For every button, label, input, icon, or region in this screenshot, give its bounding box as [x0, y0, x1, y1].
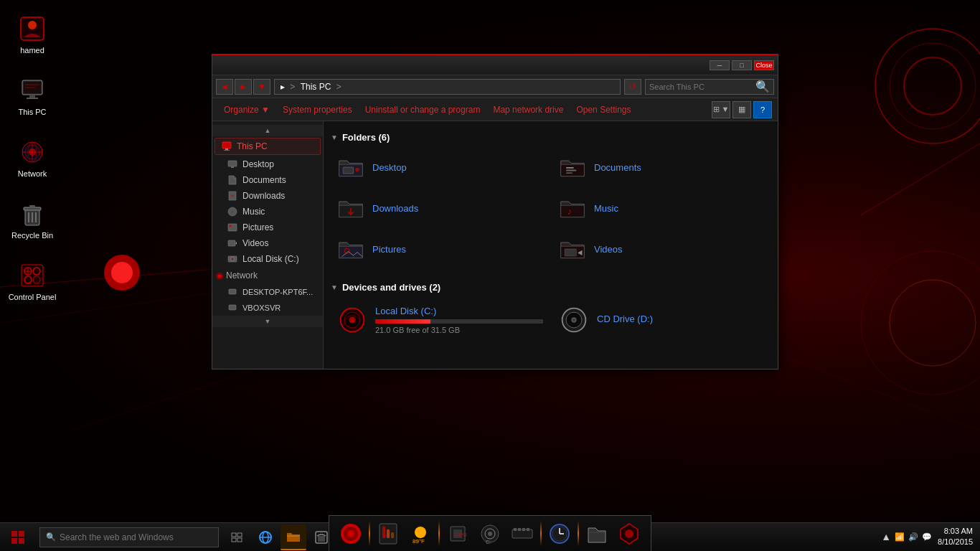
sidebar-item-desktop[interactable]: Desktop — [212, 156, 323, 172]
organize-button[interactable]: Organize ▼ — [218, 101, 275, 118]
preview-button[interactable]: ▦ — [732, 101, 751, 118]
search-input[interactable] — [649, 83, 755, 91]
desktop-icon-network[interactable]: Network — [4, 134, 61, 182]
recycle-bin-icon — [18, 199, 47, 228]
help-button[interactable]: ? — [753, 101, 772, 118]
dropdown-button[interactable]: ▼ — [253, 79, 270, 95]
svg-point-108 — [625, 529, 633, 538]
drive-item-d[interactable]: CD Drive (D:) — [552, 298, 771, 342]
view-options-button[interactable]: ⊞ ▼ — [712, 101, 730, 118]
open-settings-button[interactable]: Open Settings — [570, 101, 636, 118]
dock-cpu[interactable]: CPU — [443, 519, 472, 548]
explorer-window: ─ □ Close ◄ ► ▼ ▸ > This PC > ↺ 🔍 Organi… — [212, 54, 778, 369]
taskbar-search[interactable]: 🔍 — [39, 527, 219, 547]
maximize-button[interactable]: □ — [732, 60, 752, 70]
tray-arrow-icon[interactable]: ▲ — [881, 531, 891, 542]
forward-button[interactable]: ► — [235, 79, 252, 95]
drives-section-header[interactable]: ▼ Devices and drives (2) — [331, 278, 771, 298]
svg-rect-26 — [29, 205, 35, 208]
map-network-button[interactable]: Map network drive — [487, 101, 569, 118]
folder-item-pictures[interactable]: Pictures — [331, 230, 549, 268]
drive-c-icon — [336, 304, 368, 336]
drive-c-name: Local Disk (C:) — [375, 306, 543, 316]
tray-network-icon[interactable]: 📶 — [895, 532, 905, 542]
close-button[interactable]: Close — [754, 60, 774, 70]
control-panel-label: Control Panel — [9, 293, 57, 301]
folder-item-music[interactable]: ♪ Music — [552, 189, 771, 227]
file-explorer-button[interactable] — [281, 524, 306, 550]
dock-alienware2[interactable] — [615, 519, 644, 548]
sidebar-item-documents[interactable]: Documents — [212, 172, 323, 188]
back-button[interactable]: ◄ — [216, 79, 233, 95]
this-pc-label: This PC — [18, 108, 46, 116]
sidebar-item-local-disk[interactable]: Local Disk (C:) — [212, 251, 323, 267]
tray-message-icon[interactable]: 💬 — [922, 532, 932, 542]
folder-item-desktop[interactable]: Desktop — [331, 149, 549, 186]
search-box[interactable]: 🔍 — [645, 79, 774, 95]
uninstall-button[interactable]: Uninstall or change a program — [359, 101, 486, 118]
svg-text:♪: ♪ — [230, 209, 233, 215]
dock-temp[interactable] — [374, 519, 402, 548]
tray-clock[interactable]: 8:03 AM 8/10/2015 — [938, 526, 973, 548]
sidebar-item-vboxsvr[interactable]: VBOXSVR — [212, 300, 323, 316]
ie-button[interactable] — [253, 524, 278, 550]
dock-ram[interactable] — [508, 519, 537, 548]
desktop-icon-this-pc[interactable]: This PC — [4, 72, 61, 120]
sidebar-item-downloads[interactable]: Downloads — [212, 188, 323, 204]
sidebar-item-desktop-kpt6f[interactable]: DESKTOP-KPT6F... — [212, 284, 323, 300]
sidebar-item-pictures[interactable]: Pictures — [212, 220, 323, 235]
minimize-button[interactable]: ─ — [710, 60, 730, 70]
svg-point-68 — [573, 319, 575, 321]
folders-section-header[interactable]: ▼ Folders (6) — [331, 128, 771, 149]
svg-rect-41 — [231, 166, 234, 168]
taskbar-quick-items — [225, 524, 334, 550]
folder-item-downloads[interactable]: Downloads — [331, 189, 549, 227]
sidebar-item-videos[interactable]: Videos — [212, 235, 323, 251]
svg-rect-56 — [566, 170, 576, 171]
address-field[interactable]: ▸ > This PC > — [274, 79, 621, 95]
sidebar-scroll-up[interactable]: ▲ — [212, 125, 323, 136]
control-panel-icon — [18, 261, 47, 290]
desktop-icon-hamed[interactable]: hamed — [4, 11, 61, 58]
svg-line-11 — [789, 359, 980, 430]
task-view-button[interactable] — [225, 524, 250, 550]
svg-rect-57 — [566, 172, 573, 174]
folder-item-videos[interactable]: Videos — [552, 230, 771, 268]
svg-rect-40 — [228, 161, 237, 166]
tray-volume-icon[interactable]: 🔊 — [908, 532, 918, 542]
start-button[interactable] — [0, 523, 36, 552]
taskbar-search-input[interactable] — [60, 532, 212, 542]
dock-files[interactable] — [583, 519, 611, 548]
svg-rect-102 — [527, 528, 529, 531]
svg-rect-86 — [382, 527, 385, 538]
refresh-button[interactable]: ↺ — [624, 79, 641, 95]
svg-rect-76 — [237, 538, 242, 542]
dock-drive-c[interactable]: C: — [476, 519, 504, 548]
folder-item-documents[interactable]: Documents — [552, 149, 771, 186]
address-prefix: ▸ — [281, 82, 285, 92]
drive-item-c[interactable]: Local Disk (C:) 21.0 GB free of 31.5 GB — [331, 298, 549, 342]
dock-alienware[interactable] — [336, 519, 365, 548]
svg-point-13 — [28, 21, 37, 29]
svg-rect-87 — [387, 529, 390, 538]
svg-rect-30 — [22, 265, 43, 286]
drives-grid: Local Disk (C:) 21.0 GB free of 31.5 GB — [331, 298, 771, 342]
svg-line-10 — [861, 143, 980, 215]
system-properties-button[interactable]: System properties — [277, 101, 358, 118]
svg-rect-46 — [228, 240, 235, 246]
sidebar-item-this-pc[interactable]: This PC — [215, 138, 321, 155]
drive-d-icon — [558, 304, 590, 336]
svg-point-0 — [875, 29, 980, 143]
clock-date: 8/10/2015 — [938, 537, 973, 547]
dock-clock[interactable] — [545, 519, 574, 548]
sidebar-group-network[interactable]: ◉ Network — [212, 267, 323, 284]
sidebar-scroll-down[interactable]: ▼ — [212, 316, 323, 327]
dock-weather[interactable]: 89°F — [406, 519, 435, 548]
drive-d-info: CD Drive (D:) — [597, 314, 765, 327]
hamed-label: hamed — [20, 46, 44, 55]
svg-rect-100 — [518, 528, 521, 531]
desktop-icon-control-panel[interactable]: Control Panel — [4, 258, 61, 305]
desktop-icon-recycle-bin[interactable]: Recycle Bin — [4, 196, 61, 243]
svg-point-96 — [488, 532, 492, 536]
sidebar-item-music[interactable]: ♪ Music — [212, 204, 323, 220]
